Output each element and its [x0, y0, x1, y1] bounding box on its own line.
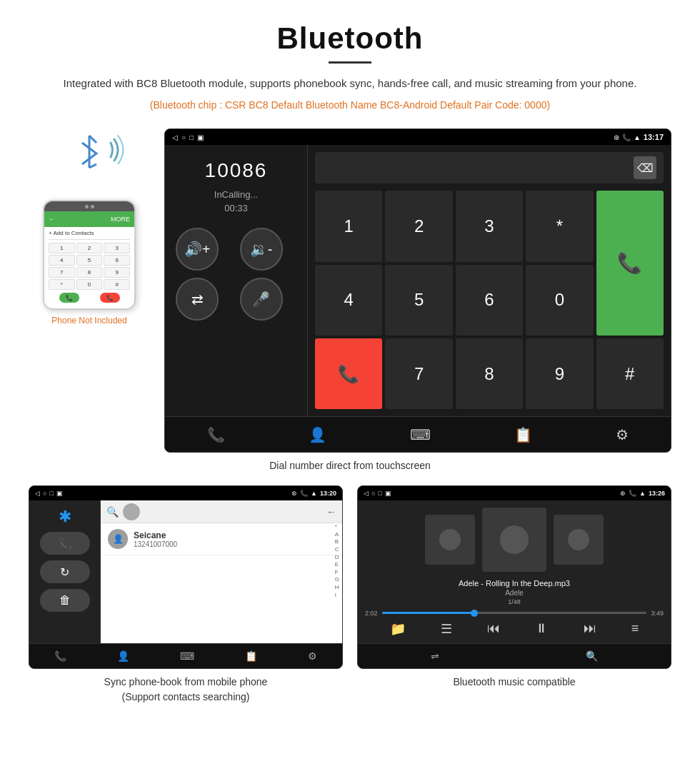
alpha-star: *	[335, 523, 339, 530]
music-next-button[interactable]: ⏭	[584, 621, 596, 636]
music-screenshot-wrapper: ◁ ○ □ ▣ ⊛ 📞 ▲ 13:26	[357, 485, 671, 705]
phone-key-6[interactable]: 6	[104, 255, 130, 266]
numpad-key-star[interactable]: *	[526, 191, 593, 261]
music-info: Adele - Rolling In the Deep.mp3 Adele 1/…	[459, 579, 570, 605]
dial-keypad-icon[interactable]: ⌨	[410, 426, 431, 443]
numpad-key-9[interactable]: 9	[526, 338, 593, 409]
alpha-i: I	[335, 592, 339, 599]
music-controls: 📁 ☰ ⏮ ⏸ ⏭ ≡	[365, 621, 664, 637]
phone-call-button[interactable]: 📞	[59, 293, 79, 303]
contacts-screen: ◁ ○ □ ▣ ⊛ 📞 ▲ 13:20 ✱	[29, 485, 343, 669]
sync-sidebar-button[interactable]: ↻	[40, 560, 90, 583]
numpad-key-hash[interactable]: #	[596, 338, 664, 409]
numpad-key-8[interactable]: 8	[456, 338, 523, 409]
numpad-key-6[interactable]: 6	[456, 265, 523, 336]
numpad: 1 2 3 * 📞 4 5 6 0 📞 7	[315, 191, 664, 409]
call-status-icon: 📞	[622, 133, 631, 141]
alpha-d: D	[335, 554, 339, 561]
call-red-icon: 📞	[338, 364, 359, 384]
volume-down-button[interactable]: 🔉-	[240, 228, 283, 271]
numpad-key-5[interactable]: 5	[385, 265, 452, 336]
bottom-screenshots: ◁ ○ □ ▣ ⊛ 📞 ▲ 13:20 ✱	[29, 485, 671, 705]
contacts-nav-history-icon[interactable]: 📋	[245, 650, 257, 662]
music-notif-icon: ▣	[385, 490, 391, 497]
phone-key-2[interactable]: 2	[76, 243, 103, 253]
delete-sidebar-button[interactable]: 🗑	[40, 589, 90, 612]
contacts-nav-keypad-icon[interactable]: ⌨	[180, 650, 194, 662]
contacts-nav-settings-icon[interactable]: ⚙	[308, 650, 317, 662]
phone-key-7[interactable]: 7	[49, 267, 75, 278]
music-progress-fill	[382, 612, 475, 614]
music-equalizer-icon[interactable]: ≡	[631, 621, 639, 636]
phone-key-1[interactable]: 1	[49, 243, 75, 253]
music-playlist-icon[interactable]: ☰	[441, 621, 452, 637]
contact-list-item[interactable]: 👤 Seicane 13241007000	[101, 523, 342, 555]
album-circle-left	[439, 529, 461, 550]
contacts-time: 13:20	[320, 490, 336, 497]
music-prev-button[interactable]: ⏮	[487, 621, 500, 636]
dial-content: 10086 InCalling... 00:33 🔊+ 🔉- ⇄	[165, 145, 671, 416]
music-signal-icon: ⊛	[620, 490, 626, 497]
backspace-button[interactable]: ⌫	[634, 156, 656, 179]
dial-right-panel: ⌫ 1 2 3 * 📞 4 5 6 0	[308, 145, 671, 416]
contacts-caption: Sync phone-book from mobile phone(Suppor…	[29, 675, 343, 705]
contacts-call-icon: 📞	[300, 490, 308, 497]
music-song-title: Adele - Rolling In the Deep.mp3	[459, 579, 570, 588]
call-sidebar-icon: 📞	[58, 537, 72, 550]
music-wifi-icon: ▲	[639, 490, 646, 497]
music-nav-search-icon[interactable]: 🔍	[586, 650, 598, 662]
phone-key-0[interactable]: 0	[76, 279, 103, 290]
volume-up-button[interactable]: 🔊+	[176, 228, 219, 271]
music-artist-name: Adele	[459, 589, 570, 597]
call-red-button[interactable]: 📞	[315, 338, 382, 409]
contacts-recent-icon: □	[49, 490, 53, 497]
phone-key-4[interactable]: 4	[49, 255, 75, 266]
dial-screen: ◁ ○ □ ▣ ⊛ 📞 ▲ 13:17 10086 InCalling...	[164, 128, 671, 453]
numpad-key-7[interactable]: 7	[385, 338, 452, 409]
phone-body: + Add to Contacts 1 2 3 4 5 6 7 8 9 * 0	[44, 227, 134, 308]
phone-speaker	[91, 205, 94, 208]
numpad-key-0[interactable]: 0	[526, 265, 593, 336]
contacts-screenshot-wrapper: ◁ ○ □ ▣ ⊛ 📞 ▲ 13:20 ✱	[29, 485, 343, 705]
contacts-nav-profile-icon[interactable]: 👤	[117, 650, 129, 662]
dial-history-icon[interactable]: 📋	[514, 426, 532, 443]
phone-key-3[interactable]: 3	[104, 243, 130, 253]
music-play-pause-button[interactable]: ⏸	[535, 621, 548, 636]
contact-number: 13241007000	[134, 540, 335, 548]
dial-contacts-icon[interactable]: 📞	[207, 426, 225, 443]
mute-button[interactable]: 🎤	[240, 278, 283, 321]
call-green-button[interactable]: 📞	[596, 191, 664, 336]
transfer-icon: ⇄	[191, 291, 204, 308]
contact-info: Seicane 13241007000	[134, 530, 335, 548]
numpad-key-1[interactable]: 1	[315, 191, 382, 261]
page-wrapper: Bluetooth Integrated with BC8 Bluetooth …	[0, 0, 700, 745]
contacts-nav-phone-icon[interactable]: 📞	[54, 650, 66, 662]
search-icon: 🔍	[106, 506, 119, 518]
numpad-key-2[interactable]: 2	[385, 191, 452, 261]
phone-divider	[49, 239, 130, 240]
dial-settings-icon[interactable]: ⚙	[616, 426, 629, 443]
numpad-key-4[interactable]: 4	[315, 265, 382, 336]
phone-add-contacts-btn: + Add to Contacts	[49, 230, 130, 236]
phone-key-8[interactable]: 8	[76, 267, 103, 278]
phone-more-btn: MORE	[111, 216, 130, 223]
phone-key-hash[interactable]: #	[104, 279, 130, 290]
numpad-key-3[interactable]: 3	[456, 191, 523, 261]
music-progress-track[interactable]	[382, 612, 647, 614]
contacts-signal-icon: ⊛	[291, 490, 297, 497]
phone-key-star[interactable]: *	[49, 279, 75, 290]
transfer-button[interactable]: ⇄	[176, 278, 219, 321]
dial-profile-icon[interactable]: 👤	[309, 426, 326, 443]
call-sidebar-button[interactable]: 📞	[40, 532, 90, 555]
music-nav-shuffle-icon[interactable]: ⇌	[431, 650, 439, 662]
music-home-icon: ○	[371, 490, 375, 497]
middle-section: ← MORE + Add to Contacts 1 2 3 4 5 6 7 8	[29, 128, 671, 453]
alpha-e: E	[335, 561, 339, 568]
phone-key-9[interactable]: 9	[104, 267, 130, 278]
phone-end-button[interactable]: 📞	[100, 293, 120, 303]
phone-key-5[interactable]: 5	[76, 255, 103, 266]
alpha-g: G	[335, 576, 339, 583]
music-track-info: 1/48	[459, 598, 570, 605]
music-folder-icon[interactable]: 📁	[390, 621, 406, 637]
call-green-icon: 📞	[617, 251, 642, 275]
